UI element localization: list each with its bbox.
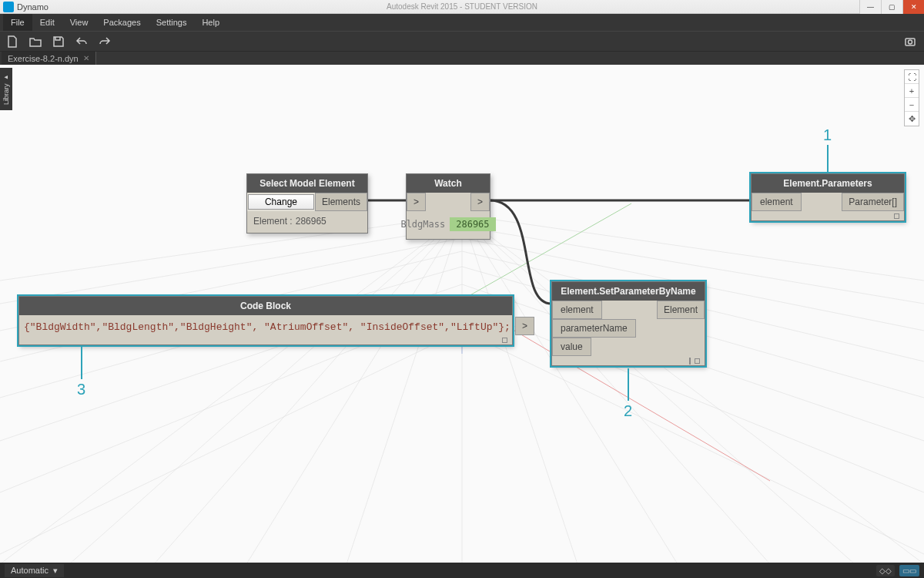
element-info-value: 286965: [296, 216, 326, 227]
document-title: Autodesk Revit 2015 - STUDENT VERSION: [387, 2, 537, 11]
svg-line-16: [0, 331, 462, 554]
chevron-down-icon: ▾: [53, 566, 58, 576]
node-title: Watch: [407, 174, 490, 193]
node-title: Element.Parameters: [752, 174, 904, 193]
titlebar: Dynamo Autodesk Revit 2015 - STUDENT VER…: [0, 0, 924, 14]
node-element-setparameterbyname[interactable]: Element.SetParameterByName element Eleme…: [551, 281, 705, 366]
code-output-port[interactable]: >: [515, 317, 534, 335]
zoom-in-icon[interactable]: +: [905, 84, 919, 98]
minimize-button[interactable]: —: [859, 0, 881, 14]
svg-line-4: [0, 227, 462, 304]
parametername-input-port[interactable]: parameterName: [552, 319, 636, 338]
run-mode-label: Automatic: [11, 566, 49, 575]
app-icon: [3, 2, 14, 12]
node-title: Select Model Element: [247, 174, 367, 193]
annotation-line-2: [628, 368, 629, 401]
menubar: File Edit View Packages Settings Help: [0, 14, 924, 31]
zoom-out-icon[interactable]: −: [905, 98, 919, 112]
pan-icon[interactable]: ✥: [905, 112, 919, 126]
statusbar: Automatic ▾ ◇◇ ▭▭: [0, 563, 924, 578]
parameter-output-port[interactable]: Parameter[]: [842, 193, 904, 211]
save-icon[interactable]: [52, 35, 65, 48]
undo-icon[interactable]: [75, 35, 88, 48]
value-input-port[interactable]: value: [552, 338, 591, 356]
svg-line-2: [0, 215, 462, 281]
elements-output-port[interactable]: Elements: [315, 193, 367, 211]
open-file-icon[interactable]: [29, 35, 42, 48]
svg-line-18: [0, 215, 462, 564]
watch-value: 286965: [450, 217, 495, 231]
file-tab-label: Exercise-8.2-n.dyn: [8, 54, 79, 63]
menu-help[interactable]: Help: [194, 14, 227, 31]
node-title: Element.SetParameterByName: [552, 282, 705, 301]
svg-line-26: [462, 215, 770, 564]
code-input[interactable]: {"BldgWidth","BldgLength","BldgHeight", …: [19, 318, 515, 333]
svg-line-21: [246, 215, 462, 564]
node-code-block[interactable]: Code Block {"BldgWidth","BldgLength","Bl…: [18, 296, 513, 345]
svg-line-25: [462, 215, 678, 564]
menu-edit[interactable]: Edit: [32, 14, 62, 31]
menu-settings[interactable]: Settings: [149, 14, 195, 31]
svg-line-22: [346, 215, 462, 564]
svg-line-3: [462, 215, 924, 281]
menu-packages[interactable]: Packages: [95, 14, 148, 31]
geometry-view-icon[interactable]: ◇◇: [876, 565, 895, 576]
canvas[interactable]: Library ▸ ⛶ + − ✥ Select Model Element C…: [0, 65, 924, 564]
app-title: Dynamo: [17, 2, 49, 12]
svg-line-20: [154, 215, 462, 564]
element-info-label: Element :: [253, 216, 293, 227]
svg-point-1: [909, 40, 912, 44]
maximize-button[interactable]: ▢: [881, 0, 902, 14]
node-element-parameters[interactable]: Element.Parameters element Parameter[]: [751, 173, 905, 221]
annotation-2: 2: [624, 402, 632, 420]
tab-strip: Exercise-8.2-n.dyn ✕: [0, 51, 924, 65]
annotation-1: 1: [823, 126, 832, 144]
svg-line-27: [462, 215, 855, 564]
watch-label: BldgMass: [400, 219, 445, 230]
element-input-port[interactable]: element: [752, 193, 802, 211]
graph-view-icon[interactable]: ▭▭: [899, 565, 919, 576]
element-input-port[interactable]: element: [552, 301, 602, 319]
change-button[interactable]: Change: [248, 194, 314, 210]
redo-icon[interactable]: [99, 35, 111, 48]
node-watch[interactable]: Watch > > BldgMass 286965: [406, 173, 490, 240]
fit-view-icon[interactable]: ⛶: [905, 70, 919, 84]
close-button[interactable]: ✕: [902, 0, 924, 14]
toolbar: [0, 31, 924, 51]
window-controls: — ▢ ✕: [859, 0, 924, 14]
svg-line-19: [69, 215, 462, 564]
menu-file[interactable]: File: [3, 14, 32, 31]
file-tab[interactable]: Exercise-8.2-n.dyn ✕: [2, 52, 96, 66]
node-select-model-element[interactable]: Select Model Element Change Elements Ele…: [246, 173, 368, 234]
library-tab[interactable]: Library ▸: [0, 68, 12, 110]
run-mode-dropdown[interactable]: Automatic ▾: [5, 564, 64, 577]
annotation-line-3: [81, 347, 82, 379]
watch-output-port[interactable]: >: [470, 193, 490, 211]
watch-input-port[interactable]: >: [407, 193, 426, 211]
viewport-controls: ⛶ + − ✥: [904, 69, 919, 126]
close-tab-icon[interactable]: ✕: [83, 54, 89, 62]
node-title: Code Block: [19, 297, 512, 315]
annotation-3: 3: [77, 381, 85, 398]
menu-view[interactable]: View: [62, 14, 96, 31]
new-file-icon[interactable]: [6, 35, 18, 48]
element-output-port[interactable]: Element: [657, 301, 705, 319]
svg-line-28: [462, 215, 924, 564]
screenshot-icon[interactable]: [904, 35, 916, 48]
annotation-line-1: [827, 145, 829, 173]
